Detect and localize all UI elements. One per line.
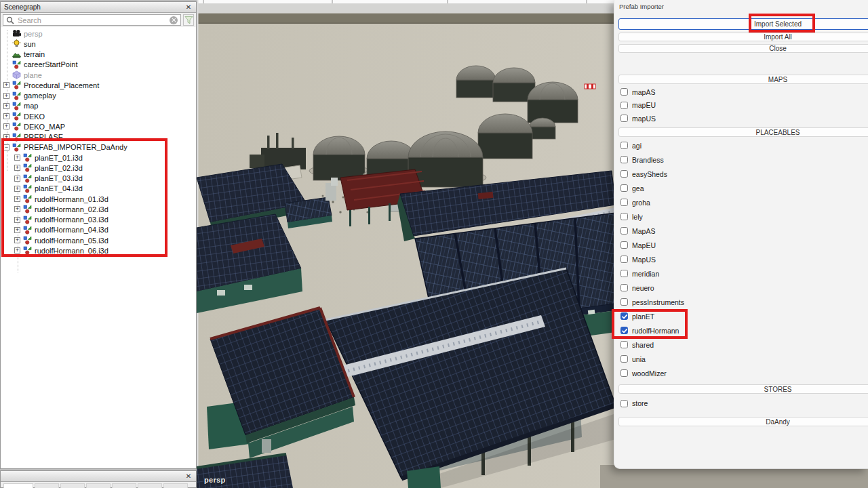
tree-item-rudolfHormann_04.i3d[interactable]: +rudolfHormann_04.i3d (1, 225, 196, 235)
unchecked-checkbox-groha[interactable] (620, 199, 628, 206)
checkbox-row-mapUS[interactable]: mapUS (620, 112, 865, 125)
unchecked-checkbox-agi[interactable] (620, 142, 628, 149)
toolbar-cell[interactable] (3, 483, 33, 488)
checkbox-row-planET[interactable]: planET (620, 309, 865, 323)
tree-item-terrain[interactable]: terrain (1, 49, 196, 60)
expand-icon[interactable]: + (14, 155, 20, 161)
tree-item-map[interactable]: +map (1, 101, 196, 111)
checkbox-row-unia[interactable]: unia (620, 352, 865, 366)
unchecked-checkbox-mapUS[interactable] (620, 115, 628, 122)
tree-item-plane[interactable]: plane (1, 70, 196, 80)
checkbox-row-gea[interactable]: gea (620, 181, 865, 195)
close-icon[interactable] (184, 472, 193, 481)
unchecked-checkbox-store[interactable] (620, 400, 628, 407)
search-input[interactable]: Search (3, 14, 181, 26)
tree-item-planET_01.i3d[interactable]: +planET_01.i3d (1, 152, 196, 163)
unchecked-checkbox-neuero[interactable] (620, 284, 628, 291)
toolbar-cell[interactable] (163, 483, 188, 488)
unchecked-checkbox-gea[interactable] (620, 184, 628, 192)
checkbox-row-MapAS[interactable]: MapAS (620, 224, 865, 238)
checkbox-row-easySheds[interactable]: easySheds (620, 167, 865, 181)
tree-item-persp[interactable]: persp (1, 28, 196, 39)
checkbox-row-pessInstruments[interactable]: pessInstruments (620, 295, 865, 309)
tree-item-careerStartPoint[interactable]: careerStartPoint (1, 60, 196, 70)
tree-item-planET_03.i3d[interactable]: +planET_03.i3d (1, 174, 196, 184)
import-all-button[interactable]: Import All (618, 33, 868, 41)
expand-icon[interactable]: + (14, 206, 20, 212)
checkbox-row-groha[interactable]: groha (620, 195, 865, 209)
toolbar-cell[interactable] (138, 483, 162, 488)
unchecked-checkbox-shared[interactable] (620, 341, 628, 348)
expand-icon[interactable]: + (3, 82, 9, 88)
tree-item-PREPLASE[interactable]: +PREPLASE (1, 132, 196, 142)
placeables-section-header[interactable]: PLACEABLES (618, 127, 868, 137)
checkbox-row-neuero[interactable]: neuero (620, 281, 865, 295)
checkbox-row-mapEU[interactable]: mapEU (620, 99, 865, 113)
unchecked-checkbox-mapEU[interactable] (620, 102, 628, 109)
close-icon[interactable] (184, 3, 193, 12)
tree-item-rudolfHormann_05.i3d[interactable]: +rudolfHormann_05.i3d (1, 235, 196, 245)
unchecked-checkbox-unia[interactable] (620, 355, 628, 363)
expand-icon[interactable]: + (14, 227, 20, 233)
unchecked-checkbox-mapAS[interactable] (620, 88, 628, 96)
expand-icon[interactable]: + (3, 123, 9, 129)
expand-icon[interactable]: + (14, 196, 20, 202)
expand-icon[interactable]: + (14, 176, 20, 182)
expand-icon[interactable]: + (3, 134, 9, 140)
import-selected-button[interactable]: Import Selected (618, 18, 868, 30)
tree-item-rudolfHormann_02.i3d[interactable]: +rudolfHormann_02.i3d (1, 204, 196, 214)
daandy-section-header[interactable]: DaAndy (618, 417, 868, 426)
unchecked-checkbox-woodMizer[interactable] (620, 369, 628, 377)
tree-item-PREFAB_IMPORTER_DaAndy[interactable]: −PREFAB_IMPORTER_DaAndy (1, 142, 196, 152)
clear-search-icon[interactable] (170, 16, 178, 24)
toolbar-cell[interactable] (86, 483, 111, 488)
expand-icon[interactable]: + (14, 237, 20, 243)
close-button[interactable]: Close (618, 44, 868, 53)
tree-item-gameplay[interactable]: +gameplay (1, 91, 196, 101)
unchecked-checkbox-MapEU[interactable] (620, 241, 628, 249)
unchecked-checkbox-MapUS[interactable] (620, 256, 628, 263)
unchecked-checkbox-easySheds[interactable] (620, 170, 628, 178)
checkbox-row-shared[interactable]: shared (620, 338, 865, 352)
checkbox-row-Brandless[interactable]: Brandless (620, 152, 865, 167)
toolbar-cell[interactable] (112, 483, 136, 488)
checkbox-row-woodMizer[interactable]: woodMizer (620, 366, 865, 380)
filter-button[interactable] (183, 14, 194, 26)
tree-item-sun[interactable]: sun (1, 39, 196, 49)
tree-item-rudolfHormann_06.i3d[interactable]: +rudolfHormann_06.i3d (1, 245, 196, 256)
checked-checkbox-planET[interactable] (620, 312, 628, 320)
unchecked-checkbox-Brandless[interactable] (620, 156, 628, 163)
checked-checkbox-rudolfHormann[interactable] (620, 327, 628, 334)
collapse-icon[interactable]: − (3, 144, 9, 150)
expand-icon[interactable]: + (14, 247, 20, 253)
expand-icon[interactable]: + (3, 103, 9, 109)
checkbox-row-rudolfHormann[interactable]: rudolfHormann (620, 323, 865, 338)
tree-item-DEKO[interactable]: +DEKO (1, 111, 196, 121)
tree-item-rudolfHormann_01.i3d[interactable]: +rudolfHormann_01.i3d (1, 194, 196, 204)
expand-icon[interactable]: + (3, 93, 9, 99)
expand-icon[interactable]: + (14, 217, 20, 223)
toolbar-cell[interactable] (60, 483, 85, 488)
unchecked-checkbox-MapAS[interactable] (620, 227, 628, 235)
checkbox-row-mapAS[interactable]: mapAS (620, 85, 865, 99)
toolbar-cell[interactable] (35, 483, 59, 488)
tree-item-DEKO_MAP[interactable]: +DEKO_MAP (1, 121, 196, 131)
checkbox-row-agi[interactable]: agi (620, 138, 865, 152)
unchecked-checkbox-lely[interactable] (620, 213, 628, 220)
unchecked-checkbox-pessInstruments[interactable] (620, 298, 628, 306)
expand-icon[interactable]: + (3, 113, 9, 119)
checkbox-row-meridian[interactable]: meridian (620, 266, 865, 281)
checkbox-row-store[interactable]: store (620, 399, 865, 408)
unchecked-checkbox-meridian[interactable] (620, 270, 628, 277)
checkbox-row-MapUS[interactable]: MapUS (620, 252, 865, 266)
stores-section-header[interactable]: STORES (618, 384, 868, 394)
expand-icon[interactable]: + (14, 186, 20, 192)
checkbox-row-lely[interactable]: lely (620, 209, 865, 224)
maps-section-header[interactable]: MAPS (618, 75, 868, 84)
expand-icon[interactable]: + (14, 165, 20, 171)
tree-item-rudolfHormann_03.i3d[interactable]: +rudolfHormann_03.i3d (1, 215, 196, 225)
tree-item-planET_04.i3d[interactable]: +planET_04.i3d (1, 184, 196, 194)
tree-item-Procedural_Placement[interactable]: +Procedural_Placement (1, 80, 196, 90)
checkbox-row-MapEU[interactable]: MapEU (620, 238, 865, 252)
tree-item-planET_02.i3d[interactable]: +planET_02.i3d (1, 163, 196, 173)
